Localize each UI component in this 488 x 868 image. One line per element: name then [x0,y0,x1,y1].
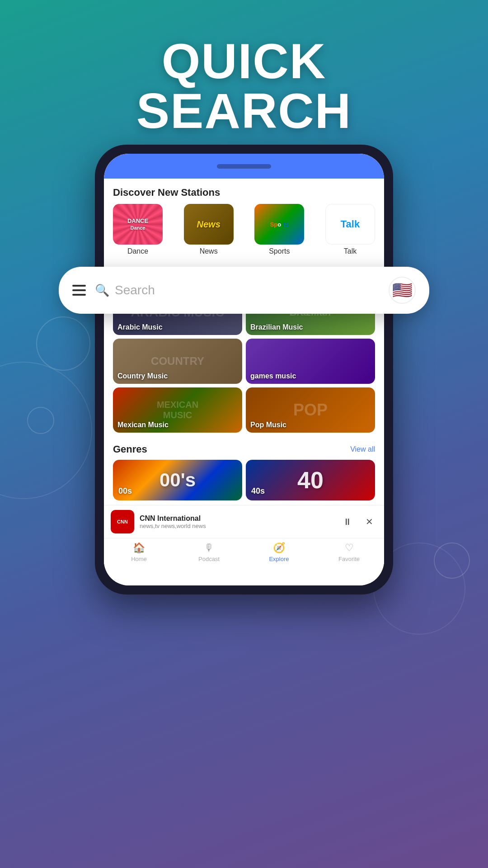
header-title: QUICK SEARCH [18,36,470,136]
pop-bg-text: POP [293,401,328,420]
genre-40s-text: 40 [297,467,324,494]
genre-card-00s[interactable]: 00's 00s [113,460,242,500]
mexican-label: Mexican Music [117,421,169,429]
cnn-logo: CNN [111,510,134,533]
search-bar[interactable]: 🔍 Search 🇺🇸 [59,267,429,314]
explore-label: Explore [269,556,289,562]
search-input-area[interactable]: 🔍 Search [95,283,380,297]
discover-section-title: Discover New Stations [104,179,384,204]
close-button[interactable]: ✕ [361,514,377,530]
arabic-label: Arabic Music [117,323,163,331]
games-label: games music [250,372,296,380]
phone-content: Discover New Stations DANCEDance Dance [104,179,384,585]
music-card-mexican[interactable]: MEXICANMUSIC Mexican Music [113,387,242,433]
news-label: News [200,247,218,255]
talk-thumb: Talk [325,204,375,245]
menu-icon[interactable] [72,285,86,296]
phone-mockup: Discover New Stations DANCEDance Dance [95,145,393,594]
nav-item-explore[interactable]: 🧭 Explore [244,542,314,562]
nav-item-home[interactable]: 🏠 Home [104,542,174,562]
sports-thumb-text: Sports [270,221,289,228]
music-card-games[interactable]: games music [246,339,375,384]
genres-section-header: Genres View all [104,437,384,460]
music-card-pop[interactable]: POP Pop Music [246,387,375,433]
genre-card-40s[interactable]: 40 40s [246,460,375,500]
talk-thumb-text: Talk [341,218,360,230]
genres-section-title: Genres [113,443,147,455]
genre-00s-label: 00s [118,486,132,496]
country-label: Country Music [117,372,168,380]
pop-label: Pop Music [250,421,286,429]
home-label: Home [131,556,147,562]
search-placeholder: Search [115,283,155,297]
news-thumb: News [184,204,234,245]
explore-icon: 🧭 [273,542,285,554]
talk-label: Talk [344,247,357,255]
genre-00s-text: 00's [160,469,196,491]
now-playing-info: CNN International news,tv news,world new… [140,514,334,529]
nav-item-favorite[interactable]: ♡ Favorite [314,542,384,562]
nav-item-podcast[interactable]: 🎙 Podcast [174,542,244,562]
now-playing-bar: CNN CNN International news,tv news,world… [104,505,384,538]
dance-label: Dance [127,247,148,255]
bottom-nav: 🏠 Home 🎙 Podcast 🧭 Explore ♡ Favorite [104,538,384,564]
now-playing-controls: ⏸ ✕ [339,514,377,530]
phone-speaker [217,164,271,169]
favorite-label: Favorite [338,556,360,562]
now-playing-subtitle: news,tv news,world news [140,523,334,529]
now-playing-title: CNN International [140,514,334,523]
genres-grid: 00's 00s 40 40s [104,460,384,505]
pause-button[interactable]: ⏸ [339,514,356,530]
genre-40s-label: 40s [251,486,265,496]
discover-grid: DANCEDance Dance News News [104,204,384,264]
discover-item-dance[interactable]: DANCEDance Dance [113,204,163,255]
country-bg-text: COUNTRY [151,355,204,368]
phone-notch [104,154,384,179]
discover-item-talk[interactable]: Talk Talk [325,204,375,255]
discover-item-sports[interactable]: Sports Sports [254,204,304,255]
discover-item-news[interactable]: News News [184,204,234,255]
podcast-icon: 🎙 [204,542,214,554]
music-card-country[interactable]: COUNTRY Country Music [113,339,242,384]
sports-label: Sports [269,247,290,255]
dance-thumb-text: DANCEDance [127,217,148,231]
favorite-icon: ♡ [345,542,354,554]
dance-thumb: DANCEDance [113,204,163,245]
search-icon: 🔍 [95,283,109,297]
country-flag[interactable]: 🇺🇸 [389,277,416,304]
news-thumb-text: News [197,219,221,230]
home-icon: 🏠 [133,542,145,554]
brazilian-label: Brazilian Music [250,323,303,331]
podcast-label: Podcast [198,556,220,562]
view-all-link[interactable]: View all [350,445,375,453]
mexican-bg-text: MEXICANMUSIC [157,400,198,420]
sports-thumb: Sports [254,204,304,245]
